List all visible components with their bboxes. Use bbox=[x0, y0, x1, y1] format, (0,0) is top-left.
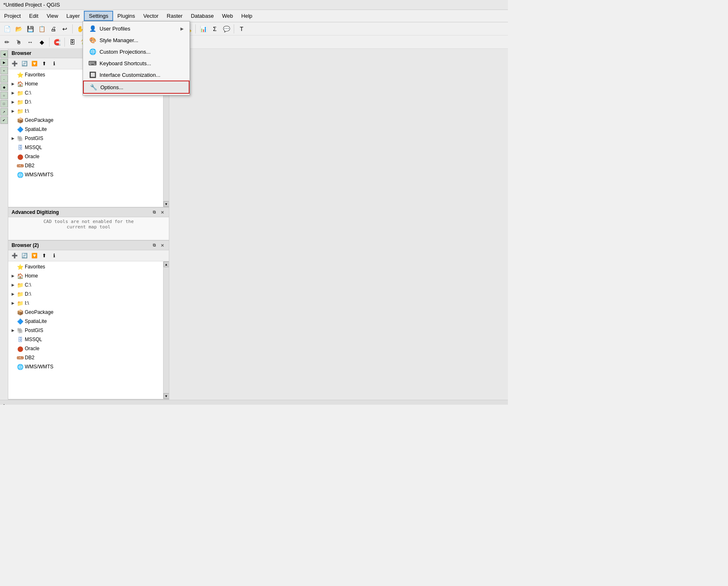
c-arrow: ▶ bbox=[10, 91, 16, 95]
menu-raster[interactable]: Raster bbox=[163, 12, 187, 20]
browser-info-btn[interactable]: ℹ bbox=[50, 59, 59, 68]
browser2-scroll-down[interactable]: ▼ bbox=[164, 393, 169, 399]
tree-item-geopackage[interactable]: 📦 GeoPackage bbox=[8, 116, 163, 125]
label-btn[interactable]: T bbox=[236, 24, 247, 34]
adv-digitizing-message: CAD tools are not enabled for the curren… bbox=[8, 217, 169, 231]
tree2-item-home[interactable]: ▶ 🏠 Home bbox=[8, 271, 163, 280]
tree2-item-postgis[interactable]: ▶ 🐘 PostGIS bbox=[8, 326, 163, 335]
menu-view[interactable]: View bbox=[43, 12, 62, 20]
tree-item-db2[interactable]: DB2 DB2 bbox=[8, 161, 163, 170]
tree-item-i[interactable]: ▶ 📁 I:\ bbox=[8, 107, 163, 116]
browser2-collapse-btn[interactable]: ⬆ bbox=[40, 251, 49, 260]
adv-digitizing-icons: ⧉ ✕ bbox=[151, 209, 166, 216]
statistics-btn[interactable]: Σ bbox=[209, 24, 220, 34]
settings-interface-customization[interactable]: 🔲 Interface Customization... bbox=[83, 69, 190, 81]
attribute-table-btn[interactable]: 📊 bbox=[198, 24, 209, 34]
d-arrow: ▶ bbox=[10, 100, 16, 104]
snap-btn[interactable]: 🧲 bbox=[52, 37, 62, 47]
tree-item-wms[interactable]: 🌐 WMS/WMTS bbox=[8, 170, 163, 179]
undo-btn[interactable]: ↩ bbox=[59, 24, 70, 34]
tree-item-spatialite[interactable]: 🔷 SpatiaLite bbox=[8, 125, 163, 134]
node-btn[interactable]: ◆ bbox=[36, 37, 47, 47]
settings-custom-projections[interactable]: 🌐 Custom Projections... bbox=[83, 46, 190, 57]
user-profiles-label: User Profiles bbox=[100, 26, 130, 32]
tree2-item-wms[interactable]: 🌐 WMS/WMTS bbox=[8, 362, 163, 371]
left-strip-btn-4[interactable]: - bbox=[0, 75, 8, 83]
browser2-scrollbar: ▲ ▼ bbox=[163, 261, 169, 399]
map-area[interactable] bbox=[169, 49, 508, 400]
layers-panel-icon1[interactable]: ⧉ bbox=[490, 403, 496, 405]
menu-help[interactable]: Help bbox=[237, 12, 256, 20]
browser-scroll-down[interactable]: ▼ bbox=[164, 201, 169, 207]
settings-user-profiles[interactable]: 👤 User Profiles bbox=[83, 23, 190, 34]
menu-settings[interactable]: Settings bbox=[84, 11, 113, 21]
home-arrow: ▶ bbox=[10, 82, 16, 86]
new-project-btn[interactable]: 📄 bbox=[2, 24, 12, 34]
menu-project[interactable]: Project bbox=[0, 12, 25, 20]
menu-web[interactable]: Web bbox=[218, 12, 237, 20]
tree-item-postgis[interactable]: ▶ 🐘 PostGIS bbox=[8, 134, 163, 143]
browser2-tree: ⭐ Favorites ▶ 🏠 Home ▶ 📁 C:\ ▶ bbox=[8, 261, 163, 399]
browser2-close-btn[interactable]: ✕ bbox=[159, 242, 166, 249]
adv-float-btn[interactable]: ⧉ bbox=[151, 209, 157, 216]
tree2-item-spatialite[interactable]: 🔷 SpatiaLite bbox=[8, 317, 163, 326]
left-strip-btn-3[interactable]: + bbox=[0, 67, 8, 74]
tree2-item-geopackage[interactable]: 📦 GeoPackage bbox=[8, 308, 163, 317]
left-strip-btn-8[interactable]: ↗ bbox=[0, 108, 8, 116]
browser-add-btn[interactable]: ➕ bbox=[10, 59, 19, 68]
browser2-add-btn[interactable]: ➕ bbox=[10, 251, 19, 260]
tree2-item-mssql[interactable]: 🗄 MSSQL bbox=[8, 335, 163, 344]
browser-refresh-btn[interactable]: 🔄 bbox=[20, 59, 29, 68]
menu-vector[interactable]: Vector bbox=[139, 12, 163, 20]
layers-panel-icon2[interactable]: ✕ bbox=[498, 403, 505, 405]
db-manager-btn[interactable]: 🗄 bbox=[67, 37, 78, 47]
browser2-toolbar: ➕ 🔄 🔽 ⬆ ℹ bbox=[8, 250, 169, 261]
settings-keyboard-shortcuts[interactable]: ⌨ Keyboard Shortcuts... bbox=[83, 57, 190, 69]
left-strip-btn-9[interactable]: ✔ bbox=[0, 116, 8, 124]
browser-filter-btn[interactable]: 🔽 bbox=[30, 59, 39, 68]
favorites-icon: ⭐ bbox=[17, 71, 24, 78]
menu-layer[interactable]: Layer bbox=[62, 12, 84, 20]
tree2-item-favorites[interactable]: ⭐ Favorites bbox=[8, 262, 163, 271]
open-project-btn[interactable]: 📂 bbox=[13, 24, 24, 34]
browser2-filter-btn[interactable]: 🔽 bbox=[30, 251, 39, 260]
left-strip-btn-5[interactable]: ◆ bbox=[0, 83, 8, 91]
tree2-item-c[interactable]: ▶ 📁 C:\ bbox=[8, 280, 163, 289]
menu-plugins[interactable]: Plugins bbox=[113, 12, 139, 20]
settings-options[interactable]: 🔧 Options... bbox=[83, 81, 190, 94]
move-btn[interactable]: ↔ bbox=[25, 37, 36, 47]
map-tips-btn[interactable]: 💬 bbox=[221, 24, 232, 34]
adv-close-btn[interactable]: ✕ bbox=[159, 209, 166, 216]
left-strip-btn-1[interactable]: ◀ bbox=[0, 50, 8, 58]
tree2-item-db2[interactable]: DB2 DB2 bbox=[8, 353, 163, 362]
tree-item-mssql[interactable]: 🗄 MSSQL bbox=[8, 143, 163, 152]
print-btn[interactable]: 🖨 bbox=[48, 24, 59, 34]
left-strip: ◀ ▶ + - ◆ ○ □ ↗ ✔ bbox=[0, 49, 8, 400]
tree2-item-d[interactable]: ▶ 📁 D:\ bbox=[8, 289, 163, 299]
settings-dropdown: 👤 User Profiles 🎨 Style Manager... 🌐 Cus… bbox=[83, 21, 190, 95]
menu-edit[interactable]: Edit bbox=[25, 12, 42, 20]
browser2-panel-title: Browser (2) bbox=[12, 242, 39, 248]
select-feature-btn[interactable]: 🖱 bbox=[13, 37, 24, 47]
save-project-btn[interactable]: 💾 bbox=[25, 24, 36, 34]
tree2-item-oracle[interactable]: ⬤ Oracle bbox=[8, 344, 163, 353]
oracle-label: Oracle bbox=[25, 154, 39, 159]
menu-database[interactable]: Database bbox=[187, 12, 218, 20]
settings-style-manager[interactable]: 🎨 Style Manager... bbox=[83, 34, 190, 46]
save-as-btn[interactable]: 📋 bbox=[36, 24, 47, 34]
style-manager-icon: 🎨 bbox=[89, 36, 96, 44]
left-strip-btn-7[interactable]: □ bbox=[0, 100, 8, 107]
browser2-refresh-btn[interactable]: 🔄 bbox=[20, 251, 29, 260]
left-strip-btn-2[interactable]: ▶ bbox=[0, 59, 8, 66]
oracle-icon: ⬤ bbox=[17, 153, 24, 160]
main-area: ◀ ▶ + - ◆ ○ □ ↗ ✔ Browser ⧉ ✕ ➕ 🔄 🔽 ⬆ bbox=[0, 49, 508, 400]
browser2-float-btn[interactable]: ⧉ bbox=[151, 242, 157, 249]
digitize-btn[interactable]: ✏ bbox=[2, 37, 12, 47]
browser-collapse-btn[interactable]: ⬆ bbox=[40, 59, 49, 68]
browser2-scroll-up[interactable]: ▲ bbox=[164, 261, 169, 267]
left-strip-btn-6[interactable]: ○ bbox=[0, 92, 8, 99]
tree2-item-i[interactable]: ▶ 📁 I:\ bbox=[8, 299, 163, 308]
tree-item-d[interactable]: ▶ 📁 D:\ bbox=[8, 97, 163, 107]
browser2-info-btn[interactable]: ℹ bbox=[50, 251, 59, 260]
tree-item-oracle[interactable]: ⬤ Oracle bbox=[8, 152, 163, 161]
